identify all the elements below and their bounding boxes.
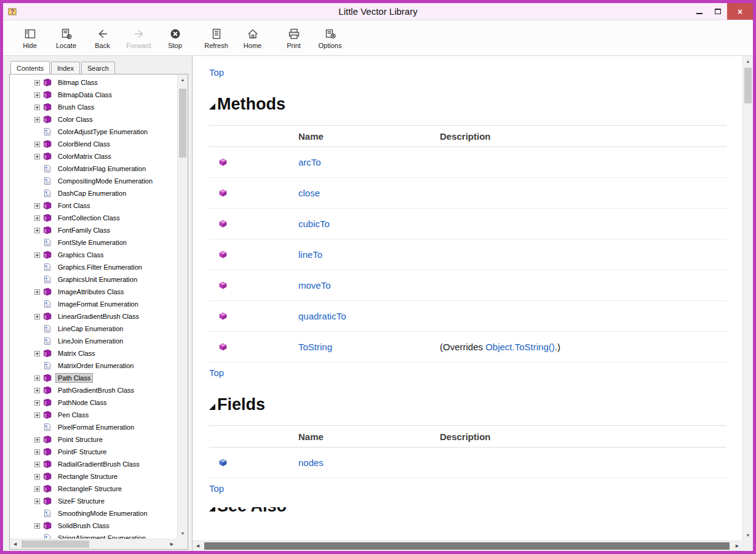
- member-link[interactable]: nodes: [298, 457, 324, 468]
- stop-button[interactable]: Stop: [157, 27, 193, 49]
- expand-plus-icon[interactable]: [34, 154, 40, 159]
- tree-item[interactable]: SizeF Structure: [34, 495, 177, 507]
- tree-item[interactable]: Point Structure: [34, 433, 177, 446]
- close-button[interactable]: ×: [727, 3, 753, 20]
- member-link[interactable]: ToString: [298, 342, 332, 352]
- member-link[interactable]: quadraticTo: [298, 311, 346, 321]
- member-link[interactable]: lineTo: [298, 249, 322, 260]
- tree-item[interactable]: Matrix Class: [34, 347, 177, 359]
- maximize-button[interactable]: [709, 3, 727, 20]
- tree-item[interactable]: StringAlignment Enumeration: [34, 532, 177, 539]
- refresh-button[interactable]: Refresh: [198, 27, 234, 49]
- member-link[interactable]: close: [298, 188, 320, 198]
- scroll-thumb[interactable]: [744, 68, 752, 103]
- scroll-left-arrow[interactable]: ◀: [10, 539, 20, 549]
- home-button[interactable]: Home: [234, 27, 271, 49]
- tree-item[interactable]: Bitmap Class: [34, 76, 177, 89]
- expand-plus-icon[interactable]: [34, 351, 40, 356]
- tree-item[interactable]: DashCap Enumeration: [34, 187, 177, 199]
- expand-plus-icon[interactable]: [34, 314, 40, 319]
- expand-plus-icon[interactable]: [34, 449, 40, 455]
- top-link[interactable]: Top: [209, 367, 224, 378]
- member-link[interactable]: arcTo: [298, 157, 321, 167]
- hide-button[interactable]: Hide: [12, 27, 48, 49]
- member-link[interactable]: cubicTo: [298, 219, 330, 229]
- tree-item[interactable]: FontCollection Class: [34, 212, 177, 224]
- content-vertical-scrollbar[interactable]: ▲ ▼: [742, 56, 753, 540]
- tree-item[interactable]: Rectangle Structure: [34, 470, 177, 483]
- tree-item[interactable]: BitmapData Class: [34, 89, 177, 101]
- scroll-track[interactable]: [178, 85, 188, 528]
- tree-item[interactable]: ImageFormat Enumeration: [34, 298, 177, 310]
- scroll-thumb[interactable]: [22, 540, 89, 548]
- tree-item[interactable]: RadialGradientBrush Class: [34, 458, 177, 470]
- tree-item[interactable]: ColorBlend Class: [34, 138, 177, 150]
- expand-plus-icon[interactable]: [34, 499, 40, 504]
- expand-plus-icon[interactable]: [34, 228, 40, 233]
- top-link[interactable]: Top: [209, 67, 224, 78]
- tab-search[interactable]: Search: [81, 62, 115, 74]
- expand-plus-icon[interactable]: [34, 400, 40, 406]
- scroll-right-arrow[interactable]: ▶: [732, 541, 742, 551]
- expand-plus-icon[interactable]: [34, 105, 40, 110]
- expand-plus-icon[interactable]: [34, 215, 40, 221]
- scroll-track[interactable]: [743, 66, 753, 530]
- tree-item[interactable]: GraphicsUnit Enumeration: [34, 273, 177, 286]
- tree-item[interactable]: SolidBrush Class: [34, 520, 177, 532]
- expand-plus-icon[interactable]: [34, 289, 40, 295]
- tree-item[interactable]: Graphics.Filter Enumeration: [34, 261, 177, 273]
- scroll-thumb[interactable]: [179, 89, 186, 158]
- expand-plus-icon[interactable]: [34, 80, 40, 86]
- tree-item[interactable]: ColorMatrix Class: [34, 150, 177, 163]
- options-button[interactable]: Options: [312, 27, 348, 49]
- tree-vertical-scrollbar[interactable]: ▲ ▼: [177, 74, 188, 539]
- see-also-heading[interactable]: See Also: [209, 507, 726, 516]
- tree-item[interactable]: Font Class: [34, 199, 177, 212]
- scroll-track[interactable]: [203, 541, 732, 551]
- tree-item[interactable]: MatrixOrder Enumeration: [34, 359, 177, 372]
- top-link[interactable]: Top: [209, 483, 224, 494]
- tree-item[interactable]: PathGradientBrush Class: [34, 384, 177, 396]
- minimize-button[interactable]: [690, 3, 709, 20]
- tree-item[interactable]: ColorAdjustType Enumeration: [34, 126, 177, 138]
- expand-plus-icon[interactable]: [34, 486, 40, 492]
- expand-plus-icon[interactable]: [34, 523, 40, 529]
- expand-plus-icon[interactable]: [34, 462, 40, 467]
- content-horizontal-scrollbar[interactable]: ◀ ▶: [193, 540, 742, 551]
- expand-plus-icon[interactable]: [34, 474, 40, 480]
- locate-button[interactable]: Locate: [48, 27, 84, 49]
- scroll-down-arrow[interactable]: ▼: [178, 528, 188, 539]
- scroll-track[interactable]: [20, 539, 167, 549]
- tree-item[interactable]: FontStyle Enumeration: [34, 236, 177, 249]
- scroll-up-arrow[interactable]: ▲: [178, 74, 188, 85]
- tree-item[interactable]: PathNode Class: [34, 396, 177, 409]
- tree-item[interactable]: LineJoin Enumeration: [34, 335, 177, 347]
- description-link[interactable]: Object.ToString(): [485, 342, 555, 352]
- expand-plus-icon[interactable]: [34, 92, 40, 98]
- expand-plus-icon[interactable]: [34, 117, 40, 122]
- tab-index[interactable]: Index: [51, 62, 80, 74]
- scroll-right-arrow[interactable]: ▶: [167, 539, 177, 549]
- scroll-left-arrow[interactable]: ◀: [193, 541, 203, 551]
- tab-contents[interactable]: Contents: [10, 61, 50, 74]
- tree-item[interactable]: PointF Structure: [34, 446, 177, 458]
- tree-item[interactable]: Graphics Class: [34, 249, 177, 261]
- tree-item[interactable]: Pen Class: [34, 409, 177, 421]
- tree-item[interactable]: SmoothingMode Enumeration: [34, 507, 177, 520]
- scroll-down-arrow[interactable]: ▼: [743, 530, 753, 540]
- tree-horizontal-scrollbar[interactable]: ◀ ▶: [10, 539, 177, 549]
- expand-plus-icon[interactable]: [34, 142, 40, 147]
- scroll-up-arrow[interactable]: ▲: [743, 56, 753, 66]
- expand-plus-icon[interactable]: [34, 388, 40, 393]
- expand-plus-icon[interactable]: [34, 437, 40, 443]
- tree-item[interactable]: ColorMatrixFlag Enumeration: [34, 163, 177, 175]
- tree-item[interactable]: Path Class: [34, 372, 177, 384]
- tree-item[interactable]: CompositingMode Enumeration: [34, 175, 177, 187]
- tree-item[interactable]: ImageAttributes Class: [34, 286, 177, 298]
- tree-item[interactable]: PixelFormat Enumeration: [34, 421, 177, 433]
- tree-item[interactable]: LinearGradientBrush Class: [34, 310, 177, 323]
- tree-item[interactable]: Brush Class: [34, 101, 177, 113]
- expand-plus-icon[interactable]: [34, 252, 40, 258]
- scroll-thumb[interactable]: [204, 542, 730, 550]
- expand-plus-icon[interactable]: [34, 203, 40, 209]
